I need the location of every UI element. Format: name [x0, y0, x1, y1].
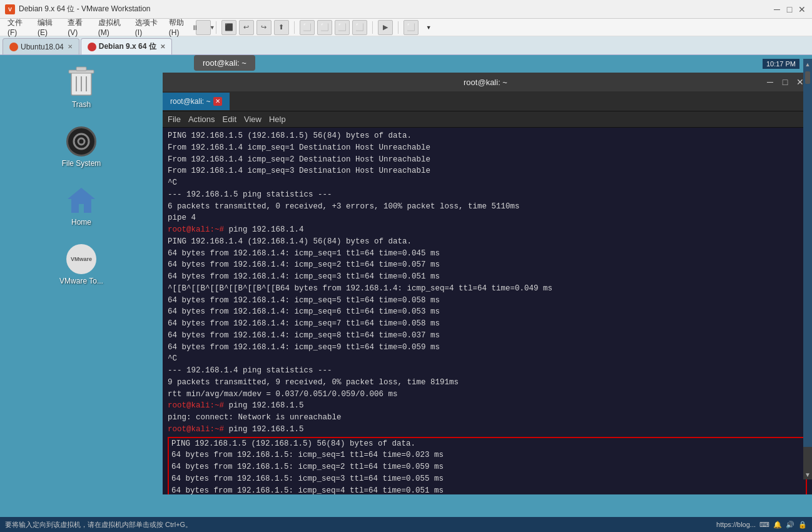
term-line10: 64 bytes from 192.168.1.4: icmp_seq=1 tt…	[168, 248, 807, 260]
desktop-icon-home[interactable]: Home	[64, 183, 99, 229]
tmenu-file[interactable]: File	[168, 115, 181, 124]
tab-ubuntu-close[interactable]: ✕	[68, 43, 73, 50]
terminal-tab[interactable]: root@kali: ~ ✕	[163, 93, 230, 110]
desktop-icon-vmware[interactable]: VMware VMware To...	[57, 242, 106, 288]
side-scroll-up[interactable]: ▲	[805, 61, 811, 68]
menu-edit[interactable]: 编辑(E)	[33, 16, 61, 39]
desktop-icon-filesystem[interactable]: File System	[59, 124, 104, 170]
desktop-sidebar: Trash File System Home VMware VMware T	[0, 55, 163, 494]
terminal-titlebar: root@kali: ~ ─ □ ✕	[163, 73, 812, 91]
toolbar-btn2[interactable]: ↩	[239, 20, 254, 35]
term-line13: ^[[B^[[B^[[B^[[B^[[B^[[B64 bytes from 19…	[168, 283, 807, 295]
vmware-title: Debian 9.x 64 位 - VMware Workstation	[19, 4, 151, 14]
terminal-tab-close[interactable]: ✕	[213, 97, 222, 106]
hline4: 64 bytes from 192.168.1.5: icmp_seq=3 tt…	[171, 473, 803, 485]
tmenu-help[interactable]: Help	[269, 115, 286, 124]
tray-icon3: 🔊	[786, 521, 794, 529]
trash-icon	[66, 64, 96, 98]
term-line2: From 192.168.1.4 icmp_seq=1 Destination …	[168, 142, 807, 154]
tray-icon2: 🔔	[773, 521, 782, 529]
term-line21: 9 packets transmitted, 9 received, 0% pa…	[168, 377, 807, 389]
status-url: https://blog...	[716, 521, 756, 528]
svg-rect-2	[76, 67, 86, 71]
toolbar-btn4[interactable]: ⬆	[274, 20, 289, 35]
filesystem-icon	[66, 126, 96, 156]
terminal-minimize-button[interactable]: ─	[764, 76, 776, 88]
toolbar-btn10[interactable]: ⬜	[403, 20, 419, 35]
term-line11: 64 bytes from 192.168.1.4: icmp_seq=2 tt…	[168, 259, 807, 271]
pause-button[interactable]: ⏸▼	[196, 20, 211, 35]
term-line3: From 192.168.1.4 icmp_seq=2 Destination …	[168, 154, 807, 166]
vmware-label: VMware To...	[59, 277, 103, 285]
term-line1: PING 192.168.1.5 (192.168.1.5) 56(84) by…	[168, 130, 807, 142]
tmenu-actions[interactable]: Actions	[188, 115, 215, 124]
toolbar-btn1[interactable]: ⬛	[221, 20, 236, 35]
menu-vm[interactable]: 虚拟机(M)	[93, 16, 129, 39]
term-line23: ping: connect: Network is unreachable	[168, 412, 807, 424]
side-scroll-thumb[interactable]	[805, 71, 810, 84]
toolbar-divider3	[372, 21, 373, 34]
terminal-title: root@kali: ~	[206, 78, 764, 87]
menu-file[interactable]: 文件(F)	[3, 16, 31, 39]
scroll-down[interactable]: ▼	[803, 470, 812, 479]
toolbar-btn3[interactable]: ↪	[256, 20, 272, 35]
toolbar-btn5[interactable]: ⬜	[300, 20, 315, 35]
term-line6: --- 192.168.1.5 ping statistics ---	[168, 189, 807, 201]
term-line7: 6 packets transmitted, 0 received, +3 er…	[168, 201, 807, 213]
tab-ubuntu[interactable]: Ubuntu18.04 ✕	[3, 38, 79, 54]
minimize-button[interactable]: ─	[772, 4, 782, 14]
terminal-window: root@kali: ~ ─ □ ✕ root@kali: ~ ✕ File A…	[163, 55, 812, 494]
status-bar-left: 要将输入定向到该虚拟机，请在虚拟机内部单击或按 Ctrl+G。	[5, 520, 192, 529]
toolbar-btn8[interactable]: ⬜	[352, 20, 367, 35]
main-content: Trash File System Home VMware VMware T	[0, 55, 812, 494]
term-line17: 64 bytes from 192.168.1.4: icmp_seq=8 tt…	[168, 330, 807, 342]
term-line20: --- 192.168.1.4 ping statistics ---	[168, 365, 807, 377]
tab-debian[interactable]: Debian 9.x 64 位 ✕	[81, 38, 172, 54]
vmware-logo-icon: V	[5, 4, 15, 14]
status-bar: 要将输入定向到该虚拟机，请在虚拟机内部单击或按 Ctrl+G。 https://…	[0, 517, 812, 532]
toolbar-divider4	[398, 21, 398, 34]
hline1: PING 192.168.1.5 (192.168.1.5) 56(84) by…	[171, 438, 803, 450]
toolbar-btn6[interactable]: ⬜	[317, 20, 332, 35]
status-text: 要将输入定向到该虚拟机，请在虚拟机内部单击或按 Ctrl+G。	[5, 520, 192, 529]
tab-debian-close[interactable]: ✕	[160, 43, 165, 50]
tab-ubuntu-label: Ubuntu18.04	[21, 43, 64, 51]
menu-tab[interactable]: 选项卡(I)	[130, 16, 163, 39]
desktop-icon-trash[interactable]: Trash	[64, 61, 99, 111]
term-line19: ^C	[168, 353, 807, 365]
hline2: 64 bytes from 192.168.1.5: icmp_seq=1 tt…	[171, 449, 803, 461]
side-scrollbar: ▲	[803, 59, 812, 447]
tmenu-view[interactable]: View	[244, 115, 261, 124]
vmware-toolbar: ⏸▼ ⬛ ↩ ↪ ⬆ ⬜ ⬜ ⬜ ⬜ ▶ ⬜ ▼	[196, 20, 809, 35]
term-line14: 64 bytes from 192.168.1.4: icmp_seq=5 tt…	[168, 295, 807, 307]
tooltip-text: root@kali: ~	[203, 58, 246, 68]
home-label: Home	[71, 218, 91, 227]
term-line5: ^C	[168, 177, 807, 189]
svg-point-7	[78, 138, 84, 145]
terminal-highlight-block: PING 192.168.1.5 (192.168.1.5) 56(84) by…	[168, 437, 807, 495]
terminal-body[interactable]: PING 192.168.1.5 (192.168.1.5) 56(84) by…	[163, 128, 812, 494]
term-line9: PING 192.168.1.4 (192.168.1.4) 56(84) by…	[168, 236, 807, 248]
terminal-tooltip: root@kali: ~	[194, 55, 255, 71]
tmenu-edit[interactable]: Edit	[223, 115, 236, 124]
tab-debian-icon	[88, 43, 96, 51]
toolbar-btn9[interactable]: ▶	[378, 20, 393, 35]
toolbar-btn7[interactable]: ⬜	[335, 20, 350, 35]
term-prompt1: root@kali:~# ping 192.168.1.4	[168, 224, 807, 236]
term-prompt3: root@kali:~# ping 192.168.1.5	[168, 424, 807, 436]
vmware-menubar: 文件(F) 编辑(E) 查看(V) 虚拟机(M) 选项卡(I) 帮助(H) ⏸▼…	[0, 19, 812, 36]
term-line12: 64 bytes from 192.168.1.4: icmp_seq=3 tt…	[168, 271, 807, 283]
terminal-maximize-button[interactable]: □	[779, 76, 791, 88]
terminal-tabbar: root@kali: ~ ✕	[163, 91, 812, 111]
hline5: 64 bytes from 192.168.1.5: icmp_seq=4 tt…	[171, 485, 803, 495]
terminal-tab-label: root@kali: ~	[170, 97, 211, 106]
close-button[interactable]: ✕	[797, 4, 807, 14]
svg-marker-8	[68, 188, 95, 213]
tab-bar: Ubuntu18.04 ✕ Debian 9.x 64 位 ✕	[0, 36, 812, 55]
svg-point-6	[74, 134, 89, 149]
terminal-menubar: File Actions Edit View Help	[163, 111, 812, 128]
tab-debian-label: Debian 9.x 64 位	[99, 41, 156, 52]
menu-view[interactable]: 查看(V)	[63, 16, 91, 39]
term-line22: rtt min/avg/max/mdev = 0.037/0.051/0.059…	[168, 389, 807, 401]
maximize-button[interactable]: □	[784, 4, 794, 14]
